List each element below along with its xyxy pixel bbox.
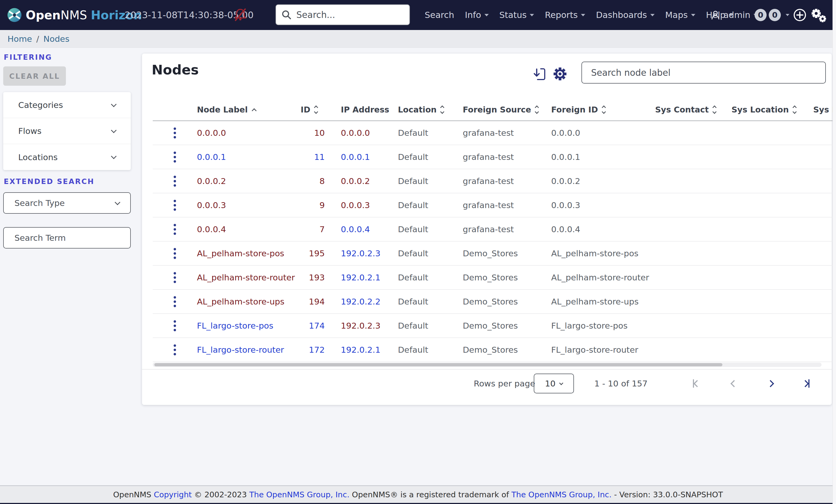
node-label-link[interactable]: 0.0.0.0 bbox=[197, 128, 226, 138]
sort-icon bbox=[713, 106, 716, 113]
next-page-button[interactable] bbox=[768, 370, 773, 398]
footer-link[interactable]: The OpenNMS Group, Inc. bbox=[512, 490, 612, 499]
nav-item-status[interactable]: Status bbox=[499, 10, 534, 20]
column-header-sys-contact[interactable]: Sys Contact bbox=[655, 105, 732, 114]
node-ip-link[interactable]: 0.0.0.3 bbox=[341, 200, 370, 210]
row-actions-menu[interactable] bbox=[171, 317, 179, 334]
breadcrumb-home[interactable]: Home bbox=[7, 34, 32, 44]
accordion-categories[interactable]: Categories bbox=[3, 92, 131, 118]
last-page-button[interactable] bbox=[803, 370, 810, 398]
opennms-logo-icon[interactable] bbox=[7, 8, 21, 22]
table-row: AL_pelham-store-ups194192.0.2.2DefaultDe… bbox=[153, 290, 833, 314]
rows-per-page-select[interactable]: 10 bbox=[534, 373, 574, 393]
node-label-search-input[interactable]: Search node label bbox=[582, 62, 826, 83]
nav-item-reports[interactable]: Reports bbox=[545, 10, 585, 20]
column-header-sys-location[interactable]: Sys Location bbox=[732, 105, 813, 114]
node-id-link[interactable]: 8 bbox=[319, 176, 325, 186]
node-label-link[interactable]: FL_largo-store-router bbox=[197, 345, 284, 354]
row-actions-menu[interactable] bbox=[171, 221, 179, 237]
node-ip-link[interactable]: 192.0.2.3 bbox=[341, 321, 380, 330]
table-row: 0.0.0.0100.0.0.0Defaultgrafana-test0.0.0… bbox=[153, 121, 833, 145]
horizontal-scrollbar-thumb[interactable] bbox=[154, 363, 722, 366]
filter-accordions: CategoriesFlowsLocations bbox=[3, 92, 131, 170]
node-ip-link[interactable]: 192.0.2.1 bbox=[341, 273, 380, 282]
row-actions-menu[interactable] bbox=[171, 342, 179, 358]
row-actions-menu[interactable] bbox=[171, 149, 179, 165]
node-label-link[interactable]: AL_pelham-store-ups bbox=[197, 297, 284, 306]
kebab-dot bbox=[174, 305, 176, 307]
column-header-foreign-source[interactable]: Foreign Source bbox=[463, 105, 551, 114]
node-label-link[interactable]: 0.0.0.4 bbox=[197, 225, 226, 234]
chevron-up-icon bbox=[252, 108, 257, 113]
row-actions-menu[interactable] bbox=[171, 173, 179, 189]
first-page-button[interactable] bbox=[693, 370, 700, 398]
notifications-muted-bell-icon[interactable] bbox=[234, 8, 247, 21]
node-id-link[interactable]: 7 bbox=[319, 225, 325, 234]
node-ip-link[interactable]: 0.0.0.2 bbox=[341, 176, 370, 186]
column-header-ip-address[interactable]: IP Address bbox=[327, 105, 398, 114]
nodes-table: Node LabelIDIP AddressLocationForeign So… bbox=[153, 99, 833, 362]
node-id-link[interactable]: 174 bbox=[309, 321, 325, 330]
row-actions-menu[interactable] bbox=[171, 269, 179, 286]
node-id-link[interactable]: 193 bbox=[309, 273, 325, 282]
column-header-node-label[interactable]: Node Label bbox=[197, 105, 298, 114]
nav-item-maps[interactable]: Maps bbox=[665, 10, 695, 20]
accordion-locations[interactable]: Locations bbox=[3, 144, 131, 170]
row-actions-menu[interactable] bbox=[171, 245, 179, 261]
alarms-badge[interactable]: 0 bbox=[769, 9, 781, 21]
download-icon[interactable] bbox=[533, 67, 547, 81]
node-id-cell: 195 bbox=[298, 249, 327, 258]
column-header-foreign-id[interactable]: Foreign ID bbox=[551, 105, 655, 114]
foreign-id-cell: 0.0.0.1 bbox=[551, 152, 655, 162]
node-label-link[interactable]: AL_pelham-store-router bbox=[197, 273, 295, 282]
node-label-link[interactable]: AL_pelham-store-pos bbox=[197, 249, 284, 258]
node-id-link[interactable]: 194 bbox=[309, 297, 325, 306]
node-ip-link[interactable]: 0.0.0.4 bbox=[341, 225, 370, 234]
column-header-label: Sys Location bbox=[732, 105, 789, 114]
browser-scrollbar[interactable] bbox=[833, 0, 836, 504]
nav-item-search[interactable]: Search bbox=[425, 10, 454, 20]
node-id-link[interactable]: 172 bbox=[309, 345, 325, 354]
node-label-link[interactable]: 0.0.0.3 bbox=[197, 200, 226, 210]
notifications-badge[interactable]: 0 bbox=[755, 9, 766, 21]
node-ip-link[interactable]: 192.0.2.1 bbox=[341, 345, 380, 354]
table-settings-gear-icon[interactable] bbox=[552, 66, 568, 81]
row-actions-menu[interactable] bbox=[171, 293, 179, 310]
column-header-id[interactable]: ID bbox=[298, 105, 327, 114]
column-header-sys-d[interactable]: Sys D bbox=[813, 105, 833, 114]
node-id-link[interactable]: 9 bbox=[319, 200, 325, 210]
notification-badges[interactable]: 0 0 bbox=[755, 0, 790, 30]
kebab-dot bbox=[174, 136, 176, 138]
node-ip-link[interactable]: 0.0.0.1 bbox=[341, 152, 370, 162]
node-id-link[interactable]: 195 bbox=[309, 249, 325, 258]
quick-add-icon[interactable] bbox=[793, 8, 806, 22]
node-label-link[interactable]: FL_largo-store-pos bbox=[197, 321, 273, 330]
nav-item-info[interactable]: Info bbox=[465, 10, 489, 20]
node-id-link[interactable]: 10 bbox=[314, 128, 325, 138]
node-ip-link[interactable]: 192.0.2.2 bbox=[341, 297, 380, 306]
node-id-link[interactable]: 11 bbox=[314, 152, 325, 162]
footer-link[interactable]: Copyright bbox=[154, 490, 192, 499]
footer-link[interactable]: The OpenNMS Group, Inc. bbox=[249, 490, 349, 499]
node-ip-link[interactable]: 192.0.2.3 bbox=[341, 249, 380, 258]
search-type-select[interactable]: Search Type bbox=[3, 192, 131, 214]
column-header-label: Node Label bbox=[197, 105, 248, 114]
nav-item-dashboards[interactable]: Dashboards bbox=[596, 10, 654, 20]
breadcrumb-nodes[interactable]: Nodes bbox=[43, 34, 70, 44]
clear-all-button[interactable]: CLEAR ALL bbox=[3, 66, 66, 86]
node-label-link[interactable]: 0.0.0.1 bbox=[197, 152, 226, 162]
location-cell: Default bbox=[398, 273, 463, 282]
row-actions-menu[interactable] bbox=[171, 197, 179, 213]
node-label-cell: 0.0.0.1 bbox=[197, 152, 298, 162]
accordion-flows[interactable]: Flows bbox=[3, 118, 131, 144]
admin-gears-icon[interactable] bbox=[810, 7, 827, 23]
row-actions-menu[interactable] bbox=[171, 125, 179, 141]
node-id-cell: 174 bbox=[298, 321, 327, 330]
node-ip-link[interactable]: 0.0.0.0 bbox=[341, 128, 370, 138]
search-term-input[interactable]: Search Term bbox=[3, 227, 131, 249]
node-label-link[interactable]: 0.0.0.2 bbox=[197, 176, 226, 186]
previous-page-button[interactable] bbox=[732, 370, 737, 398]
user-menu[interactable]: admin bbox=[710, 0, 758, 30]
global-search-input[interactable]: Search... bbox=[276, 4, 410, 25]
column-header-location[interactable]: Location bbox=[398, 105, 463, 114]
